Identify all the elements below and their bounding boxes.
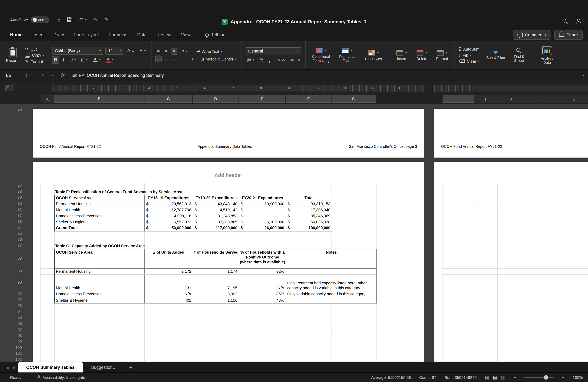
ribbon-tab-data[interactable]: Data	[132, 32, 151, 37]
align-center-button[interactable]: ≡	[164, 56, 169, 62]
align-middle-button[interactable]: ≡	[164, 48, 169, 54]
row-header-85[interactable]: 85	[0, 231, 22, 236]
orientation-button[interactable]: ⇗▾	[179, 48, 189, 54]
decrease-font-button[interactable]: A▼	[138, 48, 147, 53]
align-top-button[interactable]: ≡	[156, 48, 161, 54]
formula-input[interactable]: Table A: OCOH Annual Report Spending Sum…	[71, 73, 583, 78]
ribbon-tab-draw[interactable]: Draw	[48, 32, 69, 37]
confirm-entry-icon[interactable]: ✓	[51, 73, 55, 78]
row-header-101[interactable]: 101	[0, 350, 22, 357]
zoom-level[interactable]: 100%	[573, 375, 583, 380]
expand-formula-bar-icon[interactable]: ▾	[583, 74, 584, 77]
ribbon-tab-view[interactable]: View	[176, 32, 195, 37]
name-box[interactable]: B5	[4, 73, 25, 78]
column-header-G[interactable]: G	[332, 95, 376, 103]
table-f[interactable]: OCOH Service AreaFY18-19 ExpendituresFY1…	[54, 194, 332, 231]
normal-view-icon[interactable]: ▦	[485, 375, 489, 380]
row-header-83[interactable]: 83	[0, 219, 22, 225]
column-header-J[interactable]: J	[497, 95, 525, 103]
more-icon[interactable]: ⋯	[115, 17, 121, 22]
column-header-I[interactable]: I	[474, 95, 497, 103]
column-header-A[interactable]: A	[41, 95, 54, 103]
row-header-87[interactable]: 87	[0, 243, 22, 249]
column-header-H[interactable]: H	[442, 95, 474, 103]
sheet-tab-suggestion1[interactable]: Suggestion1	[83, 362, 123, 372]
borders-button[interactable]: ⊞▾	[79, 57, 89, 63]
worksheet[interactable]: OCOH Fund Annual Report FY21-22 Appendix…	[0, 104, 588, 361]
zoom-slider[interactable]	[524, 377, 553, 378]
share-button[interactable]: Share	[554, 30, 583, 40]
row-header-76[interactable]: 76	[0, 106, 22, 112]
font-size-select[interactable]: 12▾	[105, 47, 124, 55]
add-sheet-button[interactable]: +	[129, 362, 132, 372]
ribbon-tab-review[interactable]: Review	[151, 32, 176, 37]
name-box-steppers[interactable]: ▲ ▼	[25, 73, 27, 77]
row-header-82[interactable]: 82	[0, 212, 22, 219]
row-header-100[interactable]: 100	[0, 345, 22, 351]
cut-button[interactable]: ✂Cut	[25, 47, 44, 51]
row-header-91[interactable]: 91	[0, 291, 22, 297]
comments-button[interactable]: Comments	[513, 30, 551, 40]
column-header-B[interactable]: B	[54, 95, 144, 103]
cell-styles-button[interactable]: ▾ Cell Styles	[362, 50, 385, 61]
row-header-98[interactable]: 98	[0, 333, 22, 339]
chevron-down-icon[interactable]: ▾	[85, 18, 86, 21]
row-header-90[interactable]: 90	[0, 274, 22, 291]
row-header-96[interactable]: 96	[0, 320, 22, 327]
column-header-K[interactable]: K	[525, 95, 561, 103]
clear-button[interactable]: ⌫Clear▾	[459, 59, 483, 64]
row-header-95[interactable]: 95	[0, 315, 22, 320]
comma-style-button[interactable]: ,	[267, 57, 272, 64]
sheet-tab-ocoh-summary-tables[interactable]: OCOH Summary Tables	[18, 362, 83, 372]
row-header-92[interactable]: 92	[0, 297, 22, 303]
next-sheet-icon[interactable]: ▶	[13, 366, 16, 370]
zoom-out-button[interactable]: −	[513, 375, 516, 380]
zoom-slider-knob[interactable]	[544, 375, 548, 380]
number-format-select[interactable]: General▾	[246, 47, 301, 55]
row-header-88[interactable]: 88	[0, 249, 22, 268]
undo-icon[interactable]: ↶	[79, 17, 84, 22]
percent-style-button[interactable]: %	[258, 57, 265, 63]
increase-font-button[interactable]: A▲	[126, 48, 136, 54]
find-select-button[interactable]: Find & Select	[509, 48, 529, 63]
column-header-D[interactable]: D	[193, 95, 238, 103]
copy-button[interactable]: Copy▾	[25, 53, 44, 58]
page-layout-view-icon[interactable]: ▤	[493, 375, 497, 380]
analyze-data-button[interactable]: Analyze Data	[537, 46, 557, 64]
insert-function-icon[interactable]: fx	[61, 73, 64, 78]
column-header-F[interactable]: F	[286, 95, 331, 103]
save-icon[interactable]	[67, 17, 72, 22]
ribbon-tab-formulas[interactable]: Formulas	[104, 32, 132, 37]
ribbon-tab-home[interactable]: Home	[5, 32, 27, 37]
conditional-formatting-button[interactable]: ▾ Conditional Formatting	[309, 48, 333, 63]
row-header-77[interactable]: 77	[0, 182, 22, 189]
format-as-table-button[interactable]: ▾ Format as Table	[336, 48, 359, 63]
increase-decimal-button[interactable]: ←0 .00	[274, 58, 286, 63]
italic-button[interactable]: I	[61, 56, 66, 64]
column-header-E[interactable]: E	[239, 95, 285, 103]
row-header-78[interactable]: 78	[0, 189, 22, 194]
paste-button[interactable]: Paste▾	[4, 47, 22, 63]
row-header-84[interactable]: 84	[0, 224, 22, 231]
underline-button[interactable]: U▾	[68, 57, 77, 64]
align-right-button[interactable]: ≡	[171, 56, 177, 62]
autosum-button[interactable]: ΣAutoSum▾	[459, 47, 483, 52]
home-icon[interactable]: ⌂	[57, 17, 61, 22]
row-header-81[interactable]: 81	[0, 207, 22, 212]
fill-color-button[interactable]: ◆▾	[91, 57, 102, 63]
sort-filter-button[interactable]: Sort & Filter	[486, 51, 506, 60]
font-family-select[interactable]: Calibri (Body)▾	[52, 47, 103, 55]
row-header-93[interactable]: 93	[0, 303, 22, 309]
format-cells-button[interactable]: ▾ Format	[433, 50, 451, 61]
increase-indent-button[interactable]: ⇥	[188, 56, 195, 62]
previous-sheet-icon[interactable]: ◀	[6, 366, 9, 370]
column-header-C[interactable]: C	[145, 95, 192, 103]
align-bottom-button[interactable]: ≡	[171, 48, 177, 54]
ribbon-tab-insert[interactable]: Insert	[27, 32, 48, 37]
accounting-format-button[interactable]: ▤▾	[246, 57, 256, 63]
wrap-text-button[interactable]: ↩Wrap Text▾	[195, 48, 223, 54]
cancel-entry-icon[interactable]: ✕	[41, 73, 44, 78]
share-user-icon[interactable]	[576, 19, 581, 24]
decrease-indent-button[interactable]: ⇤	[179, 56, 186, 62]
zoom-in-button[interactable]: +	[562, 375, 565, 380]
